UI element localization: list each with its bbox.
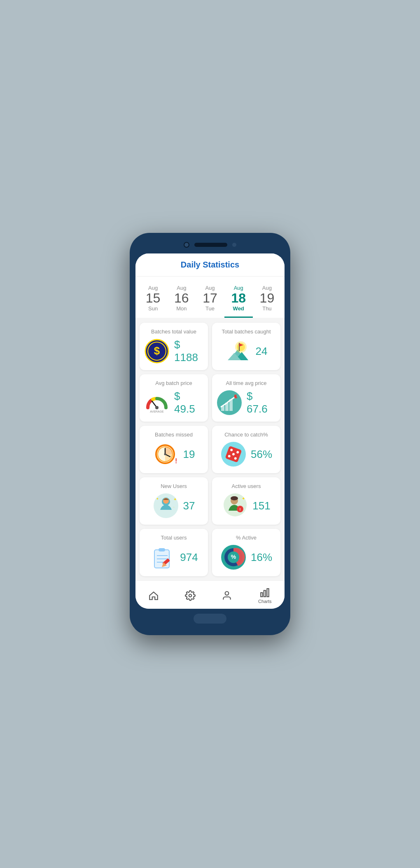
svg-text:!: ! <box>175 457 177 464</box>
svg-rect-45 <box>159 548 165 551</box>
stat-total-users: Total users <box>140 529 208 576</box>
stat-active-users: Active users ✦ <box>212 477 280 525</box>
stat-value-3: $ 67.6 <box>247 390 276 415</box>
svg-text:✦: ✦ <box>242 496 245 501</box>
date-day-3: Wed <box>233 305 244 312</box>
home-icon <box>148 590 159 601</box>
svg-text:AVERAGE: AVERAGE <box>150 410 164 413</box>
svg-rect-59 <box>267 589 269 597</box>
stat-label-4: Batches missed <box>155 432 193 438</box>
stat-icon-value-3: $ 67.6 <box>216 389 276 416</box>
stat-label-2: Avg batch price <box>155 380 192 386</box>
dice-icon <box>220 441 247 467</box>
stat-label-1: Total batches caught <box>222 328 271 335</box>
phone-frame: Daily Statistics Aug 15 Sun Aug 16 Mon A… <box>130 233 290 635</box>
trend-icon <box>216 389 243 416</box>
svg-text:✦: ✦ <box>156 497 159 501</box>
stat-value-1: 24 <box>256 345 268 358</box>
stat-icon-value-0: $ $ 1188 <box>144 338 204 364</box>
phone-camera <box>184 242 189 248</box>
stat-avg-batch-price: Avg batch price <box>140 374 208 422</box>
app-header: Daily Statistics <box>135 253 285 277</box>
svg-rect-58 <box>264 591 266 597</box>
stat-new-users: New Users ✦ ✦ <box>140 477 208 525</box>
date-aug19[interactable]: Aug 19 Thu <box>253 282 281 318</box>
stat-percent-active: % Active % 16% <box>212 529 280 576</box>
stat-icon-value-4: ! 19 <box>144 441 204 467</box>
stat-total-batches-caught: Total batches caught <box>212 323 280 370</box>
stat-icon-value-9: % 16% <box>216 544 276 570</box>
stat-icon-value-7: ✦ ! 151 <box>216 493 276 519</box>
date-num-4: 19 <box>260 291 275 305</box>
svg-text:✦: ✦ <box>173 497 177 502</box>
flag-icon <box>225 338 252 364</box>
stat-icon-value-5: 56% <box>216 441 276 467</box>
stat-value-8: 974 <box>180 551 198 564</box>
svg-point-56 <box>225 591 229 595</box>
nav-profile[interactable] <box>215 589 239 603</box>
stat-value-6: 37 <box>183 500 195 512</box>
stat-batches-missed: Batches missed <box>140 426 208 473</box>
stat-label-5: Chance to catch% <box>224 432 268 438</box>
stat-value-5: 56% <box>251 448 272 461</box>
date-day-4: Thu <box>262 305 271 312</box>
svg-rect-57 <box>261 593 263 597</box>
date-aug17[interactable]: Aug 17 Tue <box>196 282 224 318</box>
svg-point-11 <box>155 406 159 409</box>
date-day-1: Mon <box>176 305 187 312</box>
stat-icon-value-2: AVERAGE $ 49.5 <box>144 389 204 416</box>
phone-speaker <box>194 243 227 247</box>
svg-point-23 <box>164 453 166 455</box>
date-num-3: 18 <box>231 291 246 305</box>
phone-dot <box>232 243 236 247</box>
person-icon <box>222 590 232 601</box>
stat-value-2: $ 49.5 <box>174 390 204 415</box>
date-num-0: 15 <box>146 291 161 305</box>
date-num-1: 16 <box>174 291 189 305</box>
stat-icon-value-1: 24 <box>216 338 276 364</box>
user-active-icon: ✦ ! <box>222 493 248 519</box>
date-month-3: Aug <box>234 285 243 291</box>
date-day-2: Tue <box>205 305 215 312</box>
date-month-1: Aug <box>177 285 186 291</box>
date-aug15[interactable]: Aug 15 Sun <box>139 282 167 318</box>
stat-value-7: 151 <box>252 500 270 512</box>
stat-label-6: New Users <box>161 483 187 489</box>
stat-all-time-avg-price: All time avg price <box>212 374 280 422</box>
stats-grid: Batches total value $ $ 1188 Total batch… <box>135 323 285 580</box>
date-num-2: 17 <box>203 291 217 305</box>
dollar-icon: $ <box>144 338 170 364</box>
stat-batches-total-value: Batches total value $ $ 1188 <box>140 323 208 370</box>
phone-home-button <box>135 614 285 624</box>
percent-icon: % <box>220 544 247 570</box>
stat-chance-to-catch: Chance to catch% <box>212 426 280 473</box>
svg-text:$: $ <box>154 345 160 357</box>
user-new-icon: ✦ ✦ · <box>153 493 179 519</box>
stat-value-0: $ 1188 <box>174 338 204 364</box>
settings-icon <box>185 590 196 601</box>
svg-text:%: % <box>231 554 236 560</box>
date-aug18[interactable]: Aug 18 Wed <box>224 282 253 318</box>
phone-screen: Daily Statistics Aug 15 Sun Aug 16 Mon A… <box>135 253 285 609</box>
date-aug16[interactable]: Aug 16 Mon <box>167 282 196 318</box>
nav-home[interactable] <box>142 589 166 603</box>
charts-icon <box>259 587 270 598</box>
stat-value-4: 19 <box>183 448 195 461</box>
date-month-2: Aug <box>205 285 215 291</box>
bottom-nav: Charts <box>135 580 285 609</box>
stat-label-9: % Active <box>236 535 257 541</box>
stat-label-0: Batches total value <box>151 328 196 335</box>
stat-icon-value-8: 974 <box>144 544 204 570</box>
nav-charts-label: Charts <box>258 599 271 604</box>
stat-label-7: Active users <box>232 483 261 489</box>
nav-charts[interactable]: Charts <box>252 586 278 605</box>
svg-point-41 <box>231 496 238 500</box>
nav-settings[interactable] <box>178 589 202 603</box>
stat-label-3: All time avg price <box>226 380 267 386</box>
svg-point-55 <box>189 594 192 597</box>
phone-notch <box>135 240 285 249</box>
stat-icon-value-6: ✦ ✦ · <box>144 493 204 519</box>
clock-icon: ! <box>153 441 179 467</box>
stat-label-8: Total users <box>161 535 187 541</box>
svg-text:!: ! <box>240 507 241 511</box>
